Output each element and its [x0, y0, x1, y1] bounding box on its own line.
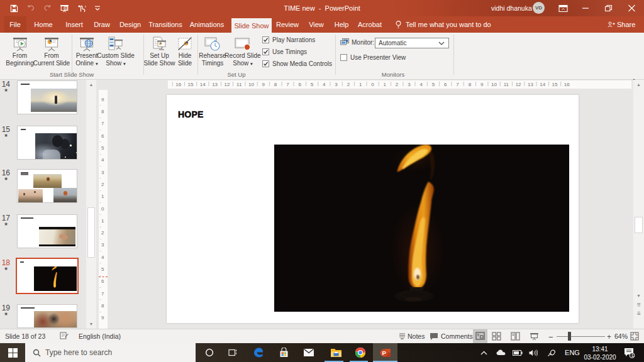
svg-text:P: P — [382, 349, 387, 356]
svg-text:1: 1 — [631, 353, 634, 358]
